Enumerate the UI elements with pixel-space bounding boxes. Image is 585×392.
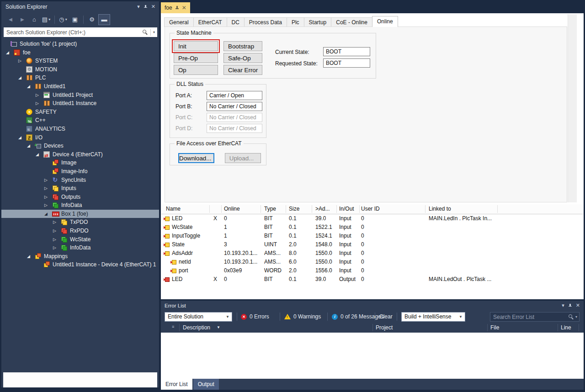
grid-column-In/Out[interactable]: In/Out: [339, 204, 354, 214]
op-button[interactable]: Op: [174, 65, 218, 75]
grid-row-wcstate[interactable]: WcState1BIT0.11522.1Input0: [161, 223, 583, 232]
close-icon[interactable]: ✕: [576, 302, 580, 308]
document-tab-foe[interactable]: foe ✕: [161, 2, 190, 13]
expand-arrow-icon[interactable]: ▷: [53, 218, 56, 227]
expand-arrow-icon[interactable]: ▷: [53, 244, 56, 252]
close-icon[interactable]: ✕: [151, 4, 155, 10]
expand-arrow-icon[interactable]: ▷: [53, 235, 56, 244]
grid-column-User ID[interactable]: User ID: [361, 204, 380, 214]
collapse-arrow-icon[interactable]: ◢: [18, 133, 21, 142]
error-list-search[interactable]: ▾: [490, 312, 580, 322]
tree-item-wcstate[interactable]: ▷WcState: [1, 235, 159, 244]
grid-row-port[interactable]: port0x03e9WORD2.01556.0Input0: [161, 266, 583, 275]
tree-item-untitled1-project[interactable]: ▷Untitled1 Project: [1, 91, 159, 100]
port-status-field[interactable]: [207, 102, 262, 111]
tree-item-foe[interactable]: ◢foe: [1, 48, 159, 57]
grid-column-Name[interactable]: Name: [166, 204, 181, 214]
grid-row-netid[interactable]: netId10.193.20.1...AMS...6.01550.0Input0: [161, 258, 583, 266]
build-filter-combo[interactable]: Build + IntelliSense ▼: [401, 312, 465, 322]
tree-item-i-o[interactable]: ◢I/O: [1, 133, 159, 142]
requested-state-field[interactable]: [323, 58, 370, 68]
grid-row-state[interactable]: State3UINT2.01548.0Input0: [161, 240, 583, 249]
tree-item-c[interactable]: C++: [1, 116, 159, 125]
init-button[interactable]: Init: [174, 41, 218, 51]
grid-column-Online[interactable]: Online: [224, 204, 240, 214]
tree-item-infodata[interactable]: ▷InfoData: [1, 244, 159, 252]
solution-explorer-search[interactable]: ▾: [4, 27, 157, 37]
tree-item-untitled1[interactable]: ◢Untitled1: [1, 82, 159, 91]
pin-icon[interactable]: [175, 5, 179, 10]
scope-filter-combo[interactable]: Entire Solution ▼: [165, 312, 232, 322]
column-line[interactable]: Line: [561, 323, 571, 333]
pin-icon[interactable]: [144, 5, 148, 9]
expand-arrow-icon[interactable]: ▷: [18, 57, 21, 65]
properties-wrench-icon[interactable]: ⚙: [86, 15, 97, 25]
tree-item-mappings[interactable]: ◢Mappings: [1, 252, 159, 261]
search-input[interactable]: [4, 28, 143, 37]
grid-row-adsaddr[interactable]: AdsAddr10.193.20.1...AMS...8.01550.0Inpu…: [161, 249, 583, 258]
tree-item-image-info[interactable]: Image-Info: [1, 167, 159, 176]
search-dropdown-icon[interactable]: ▾: [150, 29, 155, 36]
tree-item-syncunits[interactable]: ▷SyncUnits: [1, 176, 159, 185]
column-file[interactable]: File: [490, 323, 499, 333]
tab-ethercat[interactable]: EtherCAT: [193, 17, 227, 27]
tree-item-plc[interactable]: ◢PLC: [1, 74, 159, 82]
preview-selected-items-icon[interactable]: ▬: [98, 14, 110, 25]
collapse-arrow-icon[interactable]: ◢: [27, 252, 30, 261]
forward-icon[interactable]: ►: [17, 15, 28, 25]
tab-dc[interactable]: DC: [227, 17, 245, 27]
tab-process-data[interactable]: Process Data: [244, 17, 287, 27]
port-status-field[interactable]: [207, 91, 262, 100]
tree-horizontal-scrollbar[interactable]: [3, 372, 157, 387]
tree-item-untitled1-instance-device-4-ethercat-1[interactable]: Untitled1 Instance - Device 4 (EtherCAT)…: [1, 260, 159, 269]
pin-icon[interactable]: [568, 303, 572, 308]
grid-column->Ad...[interactable]: >Ad...: [315, 204, 330, 214]
tree-item-outputs[interactable]: ▷Outputs: [1, 193, 159, 201]
tree-item-device-4-ethercat[interactable]: ◢Device 4 (EtherCAT): [1, 150, 159, 159]
tree-item-solution-foe-1-project[interactable]: Solution 'foe' (1 project): [1, 40, 159, 48]
search-dropdown-icon[interactable]: ▾: [575, 315, 577, 319]
current-state-field[interactable]: [323, 47, 370, 56]
tab-plc[interactable]: Plc: [287, 17, 304, 27]
home-icon[interactable]: ⌂: [29, 15, 40, 25]
tree-item-box-1-foe[interactable]: ◢Box 1 (foe): [1, 210, 159, 218]
tree-item-devices[interactable]: ◢Devices: [1, 142, 159, 150]
bootstrap-button[interactable]: Bootstrap: [223, 41, 262, 51]
bottom-tab-output[interactable]: Output: [193, 379, 219, 390]
expand-arrow-icon[interactable]: ▷: [36, 99, 39, 108]
tree-item-infodata[interactable]: ▷InfoData: [1, 201, 159, 210]
tree-item-motion[interactable]: MOTION: [1, 65, 159, 74]
collapse-arrow-icon[interactable]: ◢: [44, 210, 48, 218]
filter-icon[interactable]: ▼: [217, 323, 220, 333]
column-project[interactable]: Project: [376, 323, 393, 333]
messages-filter-button[interactable]: i 0 of 26 Messages: [332, 312, 384, 321]
tree-item-txpdo[interactable]: ▷TxPDO: [1, 218, 159, 227]
tab-general[interactable]: General: [164, 17, 194, 27]
chevron-down-icon[interactable]: ▾: [137, 4, 140, 10]
download-button[interactable]: Download...: [178, 153, 214, 163]
collapse-arrow-icon[interactable]: ◢: [6, 48, 9, 57]
errors-filter-button[interactable]: ✕ 0 Errors: [241, 312, 269, 321]
grid-row-inputtoggle[interactable]: InputToggle1BIT0.11524.1Input0: [161, 232, 583, 240]
expand-arrow-icon[interactable]: ▷: [44, 176, 48, 185]
grid-row-led[interactable]: LEDX0BIT0.139.0Output0MAIN.LedOut . PlcT…: [161, 275, 583, 284]
chevron-down-icon[interactable]: ▾: [562, 302, 564, 308]
bottom-tab-error-list[interactable]: Error List: [161, 379, 192, 390]
grid-header[interactable]: NameOnlineTypeSize>Ad...In/OutUser IDLin…: [161, 204, 583, 214]
collapse-arrow-icon[interactable]: ◢: [36, 150, 39, 159]
tab-online[interactable]: Online: [372, 16, 398, 27]
warnings-filter-button[interactable]: 0 Warnings: [284, 312, 321, 321]
expand-arrow-icon[interactable]: ▷: [53, 227, 56, 235]
collapse-arrow-icon[interactable]: ◢: [27, 82, 30, 91]
search-icon[interactable]: [143, 30, 148, 35]
expand-arrow-icon[interactable]: ▷: [44, 201, 48, 210]
grid-column-Linked to[interactable]: Linked to: [429, 204, 451, 214]
tab-coe-online[interactable]: CoE - Online: [331, 17, 372, 27]
collapse-arrow-icon[interactable]: ◢: [27, 142, 30, 150]
close-icon[interactable]: ✕: [182, 5, 186, 11]
tree-item-system[interactable]: ▷SYSTEM: [1, 57, 159, 65]
collapse-arrow-icon[interactable]: ◢: [18, 74, 21, 82]
grid-column-Type[interactable]: Type: [264, 204, 276, 214]
tab-startup[interactable]: Startup: [304, 17, 332, 27]
vertical-scrollbar[interactable]: [568, 14, 577, 202]
